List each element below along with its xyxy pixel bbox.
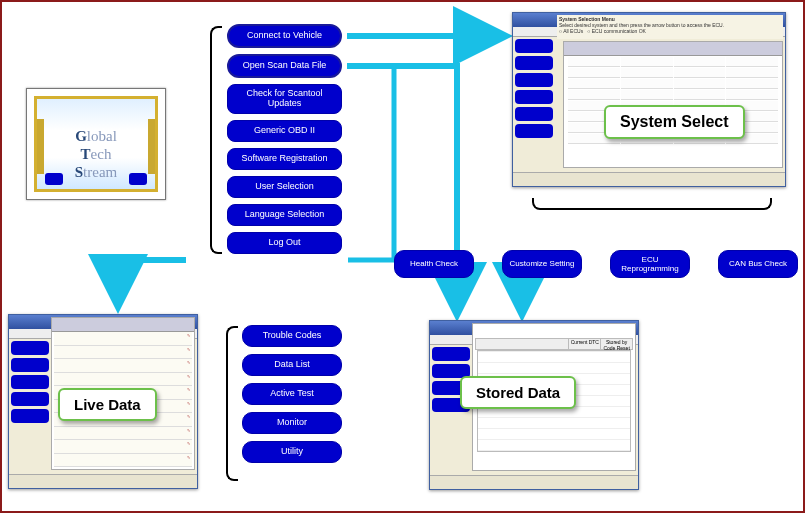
system-select-brace — [532, 198, 772, 210]
open-scan-data-file-button[interactable]: Open Scan Data File — [227, 54, 342, 78]
active-test-button[interactable]: Active Test — [242, 383, 342, 405]
sub-menu-brace — [226, 326, 238, 481]
sub-menu: Trouble Codes Data List Active Test Moni… — [242, 325, 342, 463]
language-selection-button[interactable]: Language Selection — [227, 204, 342, 226]
can-bus-check-button[interactable]: CAN Bus Check — [718, 250, 798, 278]
system-select-screenshot: System Selection Menu Select desired sys… — [512, 12, 786, 187]
connect-to-vehicle-button[interactable]: Connect to Vehicle — [227, 24, 342, 48]
software-registration-button[interactable]: Software Registration — [227, 148, 342, 170]
ecu-reprogramming-button[interactable]: ECU Reprogramming — [610, 250, 690, 278]
monitor-button[interactable]: Monitor — [242, 412, 342, 434]
main-menu-brace — [210, 26, 222, 254]
gts-splash-screenshot: Global Tech Stream — [26, 88, 166, 200]
utility-button[interactable]: Utility — [242, 441, 342, 463]
live-data-label: Live Data — [58, 388, 157, 421]
stored-data-label: Stored Data — [460, 376, 576, 409]
trouble-codes-button[interactable]: Trouble Codes — [242, 325, 342, 347]
main-menu: Connect to Vehicle Open Scan Data File C… — [227, 24, 342, 254]
health-check-button[interactable]: Health Check — [394, 250, 474, 278]
system-select-label: System Select — [604, 105, 745, 139]
generic-obd2-button[interactable]: Generic OBD II — [227, 120, 342, 142]
check-updates-button[interactable]: Check for Scantool Updates — [227, 84, 342, 114]
system-select-options: Health Check Customize Setting ECU Repro… — [394, 250, 798, 278]
data-list-button[interactable]: Data List — [242, 354, 342, 376]
user-selection-button[interactable]: User Selection — [227, 176, 342, 198]
customize-setting-button[interactable]: Customize Setting — [502, 250, 582, 278]
log-out-button[interactable]: Log Out — [227, 232, 342, 254]
